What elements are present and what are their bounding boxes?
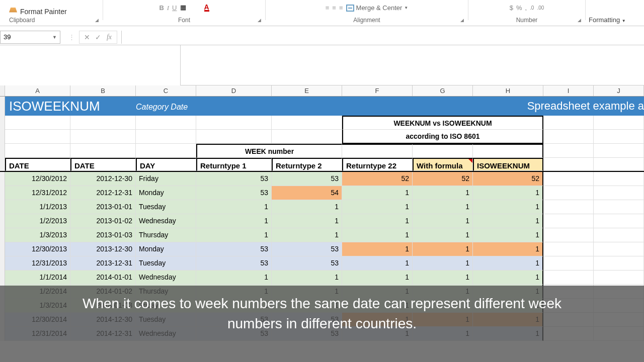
- cell[interactable]: [543, 200, 594, 214]
- cell[interactable]: 1/1/2014: [5, 270, 70, 285]
- cell[interactable]: 1: [196, 270, 272, 285]
- name-box[interactable]: 39 ▼: [0, 31, 60, 44]
- cell[interactable]: 1: [342, 256, 413, 270]
- format-painter-button[interactable]: Format Painter: [9, 8, 67, 16]
- cell[interactable]: 1/3/2013: [5, 228, 70, 242]
- cell[interactable]: [594, 256, 644, 270]
- cell[interactable]: 1: [272, 270, 342, 285]
- fill-color-button[interactable]: [192, 5, 201, 11]
- cell[interactable]: [543, 172, 594, 186]
- cell[interactable]: 53: [196, 242, 272, 256]
- cell[interactable]: [594, 172, 644, 186]
- cell[interactable]: 53: [196, 256, 272, 270]
- cell[interactable]: 52: [342, 172, 413, 186]
- cell[interactable]: 53: [272, 256, 342, 270]
- cell[interactable]: 12/30/2012: [5, 172, 70, 186]
- col-header[interactable]: C: [136, 85, 196, 96]
- cell[interactable]: Tuesday: [136, 200, 196, 214]
- col-header[interactable]: E: [272, 85, 342, 96]
- cell[interactable]: [594, 228, 644, 242]
- percent-button[interactable]: %: [516, 4, 522, 12]
- cell[interactable]: 1: [473, 256, 543, 270]
- font-dialog-launcher[interactable]: ◢: [254, 18, 262, 24]
- cell[interactable]: Tuesday: [136, 256, 196, 270]
- cell[interactable]: 1: [342, 228, 413, 242]
- fx-button[interactable]: fx: [105, 33, 114, 41]
- cell[interactable]: [594, 214, 644, 228]
- cell[interactable]: 1: [413, 228, 473, 242]
- cell[interactable]: 53: [196, 172, 272, 186]
- cell[interactable]: 1: [473, 228, 543, 242]
- col-header[interactable]: A: [5, 85, 70, 96]
- cell[interactable]: 2013-01-02: [70, 214, 136, 228]
- cell[interactable]: [543, 256, 594, 270]
- col-header[interactable]: G: [413, 85, 473, 96]
- cell[interactable]: [543, 214, 594, 228]
- cell[interactable]: 12/31/2013: [5, 256, 70, 270]
- cell[interactable]: [543, 242, 594, 256]
- align-center-button[interactable]: ≡: [332, 4, 336, 12]
- cell[interactable]: 1: [473, 270, 543, 285]
- alignment-dialog-launcher[interactable]: ◢: [456, 18, 465, 24]
- cell[interactable]: 1: [342, 186, 413, 200]
- cell[interactable]: 1: [342, 242, 413, 256]
- cell[interactable]: 53: [196, 186, 272, 200]
- cell[interactable]: 1: [196, 214, 272, 228]
- col-header[interactable]: B: [70, 85, 136, 96]
- currency-button[interactable]: $: [510, 4, 513, 12]
- cell[interactable]: [594, 186, 644, 200]
- cell[interactable]: 1: [342, 200, 413, 214]
- formula-input[interactable]: [121, 31, 644, 44]
- cell[interactable]: 1: [413, 186, 473, 200]
- cell[interactable]: 1: [473, 214, 543, 228]
- cell[interactable]: 2013-12-31: [70, 256, 136, 270]
- cell[interactable]: [594, 200, 644, 214]
- cell[interactable]: 1: [342, 270, 413, 285]
- cell[interactable]: 1: [413, 270, 473, 285]
- col-header[interactable]: J: [594, 85, 644, 96]
- col-header[interactable]: F: [342, 85, 413, 96]
- cell[interactable]: [594, 270, 644, 285]
- col-header[interactable]: D: [196, 85, 272, 96]
- cell[interactable]: 2013-12-30: [70, 242, 136, 256]
- col-header[interactable]: H: [473, 85, 543, 96]
- cell[interactable]: 1: [473, 242, 543, 256]
- cell[interactable]: 1: [413, 242, 473, 256]
- formula-expand-area[interactable]: [180, 45, 644, 85]
- cell[interactable]: 2013-01-03: [70, 228, 136, 242]
- cell[interactable]: 1: [473, 200, 543, 214]
- cell[interactable]: 1: [413, 200, 473, 214]
- decrease-decimal-button[interactable]: .00: [537, 5, 544, 11]
- cell[interactable]: Thursday: [136, 228, 196, 242]
- align-left-button[interactable]: ≡: [326, 4, 330, 12]
- conditional-formatting-button[interactable]: Formatting ▼: [589, 16, 626, 24]
- cell[interactable]: 1: [413, 214, 473, 228]
- cell[interactable]: Friday: [136, 172, 196, 186]
- bold-button[interactable]: B: [159, 4, 164, 12]
- cell[interactable]: 1: [473, 186, 543, 200]
- font-color-button[interactable]: A: [204, 4, 209, 12]
- underline-button[interactable]: U: [172, 4, 177, 12]
- cell[interactable]: 2013-01-01: [70, 200, 136, 214]
- cell[interactable]: 54: [272, 186, 342, 200]
- cell[interactable]: 1: [196, 228, 272, 242]
- cell[interactable]: 1/1/2013: [5, 200, 70, 214]
- merge-center-button[interactable]: Merge & Center ▼: [346, 4, 409, 12]
- accept-formula-button[interactable]: ✓: [94, 33, 103, 41]
- cell[interactable]: 1: [272, 214, 342, 228]
- cell[interactable]: Monday: [136, 186, 196, 200]
- border-button[interactable]: ▦: [180, 4, 189, 13]
- cell[interactable]: [543, 228, 594, 242]
- cell[interactable]: Monday: [136, 242, 196, 256]
- cell[interactable]: 2012-12-31: [70, 186, 136, 200]
- cancel-formula-button[interactable]: ✕: [83, 33, 92, 41]
- clipboard-dialog-launcher[interactable]: ◢: [91, 18, 100, 24]
- comma-button[interactable]: ,: [525, 4, 527, 12]
- increase-decimal-button[interactable]: .0: [530, 5, 534, 11]
- cell[interactable]: [543, 186, 594, 200]
- align-right-button[interactable]: ≡: [339, 4, 343, 12]
- cell[interactable]: 1: [272, 200, 342, 214]
- cell[interactable]: 1: [196, 200, 272, 214]
- cell[interactable]: Wednesday: [136, 214, 196, 228]
- cell[interactable]: 53: [272, 172, 342, 186]
